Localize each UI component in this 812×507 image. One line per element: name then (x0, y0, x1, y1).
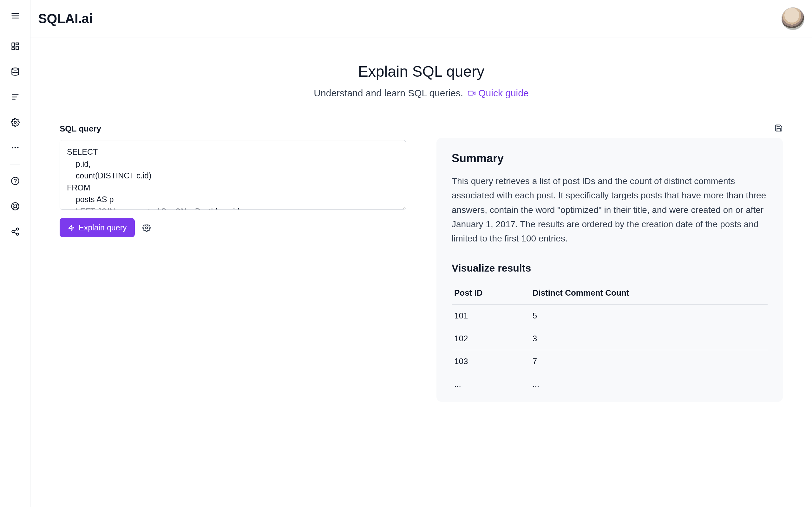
avatar[interactable] (781, 7, 804, 30)
svg-marker-30 (69, 225, 74, 230)
svg-point-13 (14, 147, 16, 149)
svg-line-22 (12, 207, 14, 209)
svg-line-27 (14, 230, 16, 231)
summary-panel: Summary This query retrieves a list of p… (437, 138, 783, 402)
text-lines-icon[interactable] (6, 88, 24, 106)
summary-heading: Summary (452, 152, 768, 165)
table-cell: ... (530, 373, 768, 395)
bolt-icon (68, 224, 75, 231)
results-table: Post IDDistinct Comment Count 1015102310… (452, 282, 768, 395)
svg-line-19 (12, 204, 14, 205)
table-row: ...... (452, 373, 768, 395)
svg-point-11 (14, 121, 16, 124)
gear-icon[interactable] (6, 113, 24, 131)
table-row: 1023 (452, 327, 768, 350)
visualize-heading: Visualize results (452, 262, 768, 274)
svg-rect-28 (468, 91, 473, 95)
quick-guide-link[interactable]: Quick guide (467, 88, 528, 99)
ellipsis-icon[interactable] (6, 139, 24, 157)
svg-rect-3 (12, 43, 14, 47)
sidebar (0, 0, 31, 507)
video-icon (467, 89, 476, 97)
brand-logo[interactable]: SQLAI.ai (38, 11, 93, 26)
svg-line-20 (16, 207, 18, 209)
database-icon[interactable] (6, 63, 24, 80)
table-cell: 3 (530, 327, 768, 350)
table-cell: 101 (452, 304, 530, 327)
page-title: Explain SQL query (60, 63, 783, 80)
svg-point-12 (12, 147, 13, 149)
share-icon[interactable] (6, 223, 24, 240)
svg-point-14 (17, 147, 18, 149)
sql-query-label: SQL query (60, 124, 406, 134)
svg-rect-6 (12, 48, 14, 50)
page-subtitle: Understand and learn SQL queries. Quick … (314, 88, 528, 99)
svg-line-21 (16, 204, 18, 205)
table-row: 1037 (452, 350, 768, 373)
explain-query-button[interactable]: Explain query (60, 218, 135, 237)
save-button[interactable] (774, 124, 783, 132)
table-row: 1015 (452, 304, 768, 327)
sql-query-input[interactable] (60, 140, 406, 210)
settings-button[interactable] (142, 224, 151, 232)
table-cell: ... (452, 373, 530, 395)
table-cell: 5 (530, 304, 768, 327)
svg-point-31 (146, 227, 148, 229)
menu-icon[interactable] (6, 7, 24, 25)
help-circle-icon[interactable] (6, 172, 24, 190)
table-column-header: Distinct Comment Count (530, 282, 768, 304)
topbar: SQLAI.ai (31, 0, 812, 38)
dashboard-icon[interactable] (6, 38, 24, 55)
svg-rect-4 (16, 43, 18, 45)
svg-line-26 (14, 232, 16, 234)
svg-rect-5 (16, 46, 18, 50)
lifebuoy-icon[interactable] (6, 198, 24, 215)
gear-icon (142, 224, 151, 232)
svg-point-7 (12, 68, 18, 70)
table-cell: 102 (452, 327, 530, 350)
summary-text: This query retrieves a list of post IDs … (452, 174, 768, 246)
save-icon (774, 124, 783, 132)
table-cell: 103 (452, 350, 530, 373)
table-column-header: Post ID (452, 282, 530, 304)
table-cell: 7 (530, 350, 768, 373)
